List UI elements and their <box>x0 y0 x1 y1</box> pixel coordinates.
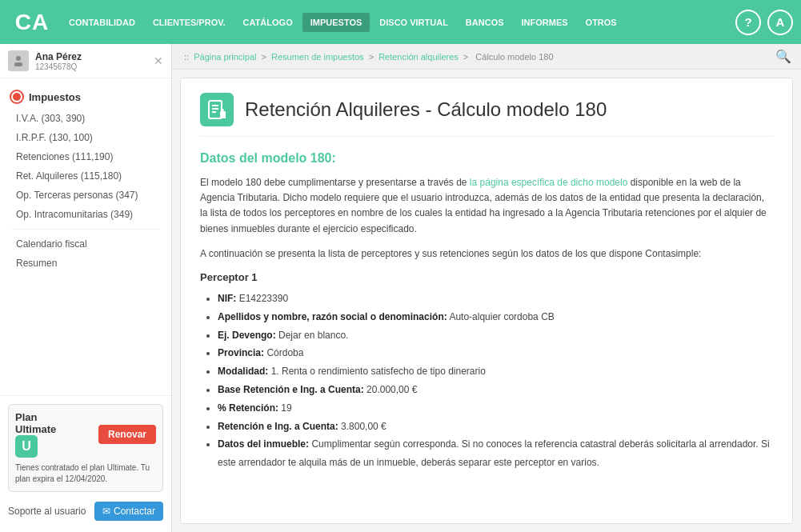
breadcrumb-separator: :: <box>184 52 189 62</box>
list-item: Provincia: Córdoba <box>218 344 773 362</box>
section-title: Datos del modelo 180: <box>200 151 773 166</box>
help-button[interactable]: ? <box>735 10 761 35</box>
field-apellidos-label: Apellidos y nombre, razón social o denom… <box>218 311 447 322</box>
sidebar-nav: Impuestos I.V.A. (303, 390) I.R.P.F. (13… <box>0 78 171 395</box>
plan-subtitle: Ultimate <box>15 423 56 435</box>
contactar-button[interactable]: ✉ Contactar <box>94 502 163 521</box>
nav-informes[interactable]: INFORMES <box>514 13 576 32</box>
svg-rect-1 <box>14 62 22 66</box>
field-base-value: 20.000,00 € <box>366 384 417 395</box>
nav-impuestos[interactable]: IMPUESTOS <box>302 13 370 32</box>
field-provincia-label: Provincia: <box>218 347 264 358</box>
plan-info: Plan Ultimate U <box>15 411 56 458</box>
user-info: Ana Pérez 12345678Q <box>35 51 147 71</box>
section-icon <box>10 90 24 104</box>
field-apellidos-value: Auto-alquier cordoba CB <box>449 311 554 322</box>
page-header-icon <box>200 93 234 126</box>
nav-bancos[interactable]: BANCOS <box>458 13 512 32</box>
list-item: Apellidos y nombre, razón social o denom… <box>218 308 773 326</box>
breadcrumb-current: Cálculo modelo 180 <box>475 52 553 62</box>
perceptor-title: Perceptor 1 <box>200 271 773 283</box>
content-body: Retención Alquileres - Cálculo modelo 18… <box>180 78 793 524</box>
sidebar-item-op-intracom[interactable]: Op. Intracomunitarias (349) <box>0 205 171 224</box>
nav-catalogo[interactable]: CATÁLOGO <box>235 13 301 32</box>
breadcrumb-sep2: > <box>369 52 376 62</box>
sidebar-item-calendario[interactable]: Calendario fiscal <box>0 234 171 254</box>
user-avatar-button[interactable]: A <box>767 10 793 35</box>
list-item: Retención e Ing. a Cuenta: 3.800,00 € <box>218 418 773 436</box>
list-item: Modalidad: 1. Renta o rendimiento satisf… <box>218 362 773 381</box>
field-nif-label: NIF: <box>218 293 236 304</box>
search-icon[interactable]: 🔍 <box>775 49 791 64</box>
page-header: Retención Alquileres - Cálculo modelo 18… <box>200 93 773 137</box>
sidebar-user: Ana Pérez 12345678Q ✕ <box>0 44 171 78</box>
main-layout: Ana Pérez 12345678Q ✕ Impuestos I.V.A. (… <box>0 44 801 532</box>
sidebar-item-op-terceras[interactable]: Op. Terceras personas (347) <box>0 186 171 205</box>
sidebar-section-title: Impuestos <box>0 85 171 109</box>
list-item: NIF: E14223390 <box>218 290 773 308</box>
field-devengo-label: Ej. Devengo: <box>218 330 276 341</box>
breadcrumb-retencion[interactable]: Retención alquileres <box>378 52 459 62</box>
soporte-row: Soporte al usuario ✉ Contactar <box>8 498 163 524</box>
svg-point-0 <box>16 56 21 61</box>
content-area: :: Página principal > Resumen de impuest… <box>172 44 801 532</box>
breadcrumb-sep3: > <box>463 52 471 62</box>
plan-badge: U <box>15 435 38 458</box>
field-modalidad-value: 1. Renta o rendimiento satisfecho de tip… <box>271 366 486 377</box>
list-item: Ej. Devengo: Dejar en blanco. <box>218 326 773 345</box>
plan-note: Tienes contratado el plan Ultimate. Tu p… <box>15 462 156 485</box>
field-base-label: Base Retención e Ing. a Cuenta: <box>218 384 364 395</box>
plan-row: Plan Ultimate U Renovar <box>15 411 156 458</box>
intro-text-before-link: El modelo 180 debe cumplimentarse y pres… <box>200 177 470 188</box>
sidebar-item-iva[interactable]: I.V.A. (303, 390) <box>0 109 171 128</box>
mail-icon: ✉ <box>102 506 110 517</box>
nav-contabilidad[interactable]: CONTABILIDAD <box>61 13 143 32</box>
breadcrumb-bar: :: Página principal > Resumen de impuest… <box>172 44 801 70</box>
close-icon[interactable]: ✕ <box>154 54 163 67</box>
user-id: 12345678Q <box>35 62 147 71</box>
soporte-label: Soporte al usuario <box>8 506 86 517</box>
field-pct-value: 19 <box>281 402 291 414</box>
breadcrumb-sep1: > <box>262 52 269 62</box>
nav-clientes[interactable]: CLIENTES/PROV. <box>145 13 234 32</box>
field-modalidad-label: Modalidad: <box>218 366 268 377</box>
list-item: Datos del inmueble: Cumplimentar según c… <box>218 435 773 472</box>
sidebar-divider <box>11 229 160 230</box>
sidebar-item-resumen[interactable]: Resumen <box>0 254 171 273</box>
svg-rect-6 <box>220 111 226 118</box>
field-nif-value: E14223390 <box>239 293 288 304</box>
perceptor-list: NIF: E14223390 Apellidos y nombre, razón… <box>200 290 773 472</box>
field-pct-label: % Retención: <box>218 402 278 414</box>
breadcrumb-resumen[interactable]: Resumen de impuestos <box>271 52 364 62</box>
sidebar-item-ret-alquileres[interactable]: Ret. Alquileres (115,180) <box>0 166 171 186</box>
field-provincia-value: Córdoba <box>266 347 303 358</box>
field-retencion-value: 3.800,00 € <box>341 421 386 432</box>
field-retencion-label: Retención e Ing. a Cuenta: <box>218 421 338 432</box>
intro-paragraph-1: El modelo 180 debe cumplimentarse y pres… <box>200 175 773 237</box>
nav-disco-virtual[interactable]: DISCO VIRTUAL <box>371 13 456 32</box>
breadcrumb-home[interactable]: Página principal <box>194 52 256 62</box>
section-label: Impuestos <box>29 91 81 103</box>
list-item: Base Retención e Ing. a Cuenta: 20.000,0… <box>218 381 773 399</box>
list-item: % Retención: 19 <box>218 399 773 418</box>
user-name: Ana Pérez <box>35 51 147 62</box>
intro-paragraph-2: A continuación se presenta la lista de p… <box>200 246 773 262</box>
contactar-label: Contactar <box>114 506 155 517</box>
navbar: CA CONTABILIDAD CLIENTES/PROV. CATÁLOGO … <box>0 0 801 44</box>
breadcrumb: :: Página principal > Resumen de impuest… <box>182 52 556 62</box>
renovar-button[interactable]: Renovar <box>98 425 156 444</box>
field-inmueble-label: Datos del inmueble: <box>218 438 309 450</box>
page-title: Retención Alquileres - Cálculo modelo 18… <box>245 98 607 121</box>
user-icon <box>8 50 29 71</box>
navbar-menu: CONTABILIDAD CLIENTES/PROV. CATÁLOGO IMP… <box>61 13 731 32</box>
plan-box: Plan Ultimate U Renovar Tienes contratad… <box>8 404 163 492</box>
nav-otros[interactable]: OTROS <box>578 13 625 32</box>
sidebar-item-irpf[interactable]: I.R.P.F. (130, 100) <box>0 128 171 147</box>
field-devengo-value: Dejar en blanco. <box>278 330 348 341</box>
plan-title: Plan <box>15 411 56 423</box>
sidebar-bottom: Plan Ultimate U Renovar Tienes contratad… <box>0 395 171 532</box>
modelo-link[interactable]: la página específica de dicho modelo <box>470 177 627 188</box>
sidebar-item-retenciones[interactable]: Retenciones (111,190) <box>0 147 171 166</box>
app-logo: CA <box>8 10 56 35</box>
sidebar: Ana Pérez 12345678Q ✕ Impuestos I.V.A. (… <box>0 44 172 532</box>
